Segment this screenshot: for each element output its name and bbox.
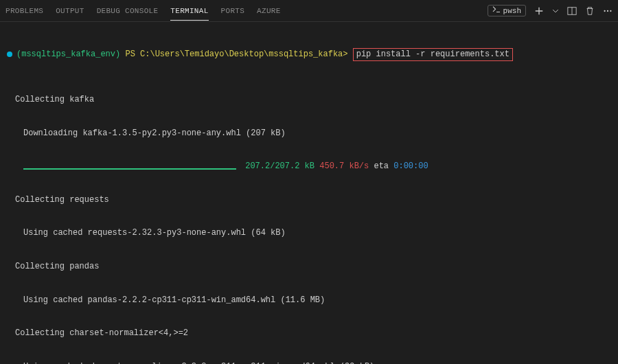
virtualenv-name: (mssqltips_kafka_env): [16, 49, 120, 60]
svg-point-1: [604, 10, 605, 11]
progress-bar: [23, 168, 236, 170]
output-line: Using cached charset_normalizer-3.3.2-cp…: [7, 361, 611, 364]
svg-point-2: [607, 10, 608, 11]
output-line: Using cached pandas-2.2.2-cp311-cp311-wi…: [7, 295, 611, 306]
progress-eta-label: eta: [374, 161, 389, 172]
shell-name: pwsh: [503, 7, 521, 15]
kill-terminal-button[interactable]: [585, 6, 595, 16]
output-line: Collecting kafka: [7, 94, 611, 105]
tab-azure[interactable]: AZURE: [257, 2, 281, 20]
command-input: pip install -r requirements.txt: [353, 48, 513, 60]
status-dot-icon: [7, 52, 12, 57]
progress-speed: 450.7 kB/s: [319, 161, 369, 172]
progress-eta: 0:00:00: [393, 161, 428, 172]
tab-terminal[interactable]: TERMINAL: [170, 2, 208, 20]
output-line: Collecting pandas: [7, 261, 611, 272]
cwd-path: C:\Users\Temidayo\Desktop\mssqltips_kafk…: [140, 49, 343, 60]
more-actions-button[interactable]: [603, 6, 613, 16]
tab-actions: pwsh: [488, 5, 613, 16]
prompt-line: (mssqltips_kafka_env) PS C:\Users\Temida…: [7, 48, 611, 60]
terminal-output[interactable]: (mssqltips_kafka_env) PS C:\Users\Temida…: [0, 22, 618, 364]
tab-output[interactable]: OUTPUT: [56, 2, 84, 20]
prompt-sep: >: [343, 49, 347, 60]
progress-row: 207.2/207.2 kB 450.7 kB/s eta 0:00:00: [7, 161, 611, 172]
chevron-down-icon[interactable]: [552, 8, 559, 14]
tab-ports[interactable]: PORTS: [221, 2, 245, 20]
progress-size: 207.2/207.2 kB: [245, 161, 314, 172]
shell-selector[interactable]: pwsh: [488, 5, 526, 16]
panel-tab-bar: PROBLEMS OUTPUT DEBUG CONSOLE TERMINAL P…: [0, 0, 618, 22]
output-line: Using cached requests-2.32.3-py3-none-an…: [7, 227, 611, 238]
new-terminal-button[interactable]: [534, 6, 544, 16]
terminal-icon: [492, 6, 501, 15]
output-line: Downloading kafka-1.3.5-py2.py3-none-any…: [7, 128, 611, 139]
split-terminal-button[interactable]: [567, 6, 577, 16]
tab-debug-console[interactable]: DEBUG CONSOLE: [97, 2, 159, 20]
output-line: Collecting requests: [7, 194, 611, 205]
ps-label: PS: [125, 49, 135, 60]
output-line: Collecting charset-normalizer<4,>=2: [7, 328, 611, 339]
tab-list: PROBLEMS OUTPUT DEBUG CONSOLE TERMINAL P…: [5, 2, 488, 20]
svg-point-3: [610, 10, 611, 11]
tab-problems[interactable]: PROBLEMS: [5, 2, 43, 20]
